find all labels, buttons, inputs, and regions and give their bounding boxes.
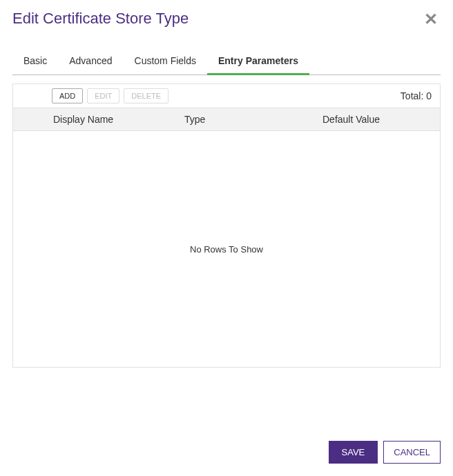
table-toolbar: ADD EDIT DELETE Total: 0 xyxy=(13,84,440,108)
empty-table-message: No Rows To Show xyxy=(190,244,263,255)
dialog-header: Edit Certificate Store Type ✕ xyxy=(0,0,453,34)
cancel-button[interactable]: CANCEL xyxy=(383,441,441,464)
tab-custom-fields[interactable]: Custom Fields xyxy=(124,48,207,75)
add-button[interactable]: ADD xyxy=(52,88,83,103)
column-header-type[interactable]: Type xyxy=(177,108,316,130)
column-header-display-name[interactable]: Display Name xyxy=(46,108,177,130)
tab-bar: Basic Advanced Custom Fields Entry Param… xyxy=(12,48,441,75)
column-header-checkbox xyxy=(13,108,46,130)
tab-advanced[interactable]: Advanced xyxy=(58,48,123,75)
table-body: No Rows To Show xyxy=(13,131,440,367)
save-button[interactable]: SAVE xyxy=(329,441,378,464)
edit-button[interactable]: EDIT xyxy=(87,88,119,103)
dialog-title: Edit Certificate Store Type xyxy=(12,10,189,28)
close-icon[interactable]: ✕ xyxy=(421,10,441,29)
delete-button[interactable]: DELETE xyxy=(124,88,168,103)
table-header-row: Display Name Type Default Value xyxy=(13,108,440,131)
column-header-default-value[interactable]: Default Value xyxy=(316,108,440,130)
tab-entry-parameters[interactable]: Entry Parameters xyxy=(207,48,309,75)
edit-certificate-store-type-dialog: Edit Certificate Store Type ✕ Basic Adva… xyxy=(0,0,453,476)
total-count-label: Total: 0 xyxy=(401,90,434,101)
dialog-footer: SAVE CANCEL xyxy=(329,441,441,464)
tab-basic[interactable]: Basic xyxy=(12,48,58,75)
entry-parameters-panel: ADD EDIT DELETE Total: 0 Display Name Ty… xyxy=(12,83,441,368)
